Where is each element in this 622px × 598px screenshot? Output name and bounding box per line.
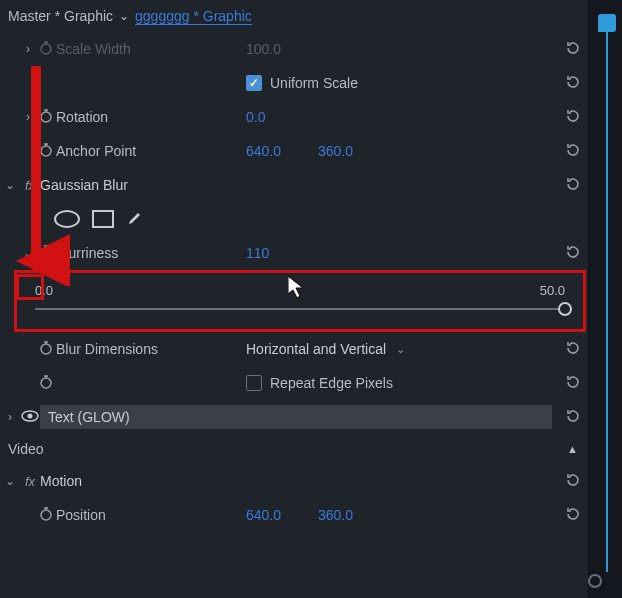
repeat-edge-checkbox[interactable] (246, 375, 262, 391)
uniform-scale-checkbox[interactable]: ✓ (246, 75, 262, 91)
svg-point-3 (41, 112, 51, 122)
master-label: Master * Graphic (8, 8, 113, 24)
effect-name[interactable]: Motion (40, 473, 82, 489)
slider-thumb[interactable] (558, 302, 572, 316)
twisty-down-icon[interactable]: ⌄ (20, 246, 36, 260)
param-label: Anchor Point (56, 143, 246, 159)
svg-point-15 (41, 378, 51, 388)
reset-button[interactable] (564, 73, 582, 94)
stopwatch-icon[interactable] (36, 374, 56, 393)
param-value[interactable]: 100.0 (246, 41, 318, 57)
param-label: Rotation (56, 109, 246, 125)
section-gaussian-blur: ⌄ fx Gaussian Blur (0, 168, 622, 202)
effect-name[interactable]: Gaussian Blur (40, 177, 128, 193)
slider-min-label: 0.0 (35, 283, 53, 298)
param-label: Position (56, 507, 246, 523)
reset-button[interactable] (564, 39, 582, 60)
row-blurriness: ⌄ Blurriness 110 (0, 236, 622, 270)
reset-button[interactable] (564, 407, 582, 428)
fx-icon[interactable]: fx (20, 178, 40, 193)
marker-icon[interactable] (598, 14, 616, 32)
slider-max-label: 50.0 (540, 283, 565, 298)
checkbox-label: Uniform Scale (270, 75, 358, 91)
reset-button[interactable] (564, 175, 582, 196)
slider-track[interactable] (35, 308, 565, 310)
mask-ellipse-button[interactable] (54, 210, 80, 228)
stopwatch-icon[interactable] (36, 340, 56, 359)
param-value[interactable]: 110 (246, 245, 318, 261)
row-repeat-edge: Repeat Edge Pixels (0, 366, 622, 400)
twisty-down-icon[interactable]: ⌄ (0, 178, 20, 192)
blurriness-slider-panel: 0.0 50.0 (14, 270, 586, 332)
chevron-down-icon: ⌄ (396, 343, 405, 356)
position-y-value[interactable]: 360.0 (318, 507, 390, 523)
svg-point-20 (41, 510, 51, 520)
twisty-icon[interactable]: › (0, 410, 20, 424)
section-motion: ⌄ fx Motion (0, 464, 622, 498)
chevron-down-icon[interactable]: ⌄ (119, 9, 129, 23)
layer-name: Text (GLOW) (48, 409, 130, 425)
clip-header: Master * Graphic ⌄ ggggggg * Graphic ▶ (0, 0, 622, 32)
stopwatch-icon[interactable] (36, 244, 56, 263)
reset-button[interactable] (564, 373, 582, 394)
anchor-x-value[interactable]: 640.0 (246, 143, 318, 159)
collapse-up-icon[interactable]: ▲ (567, 443, 578, 455)
reset-button[interactable] (564, 243, 582, 264)
clip-link[interactable]: ggggggg * Graphic (135, 8, 252, 25)
param-label: Blur Dimensions (56, 341, 246, 357)
row-blur-dimensions: Blur Dimensions Horizontal and Vertical … (0, 332, 622, 366)
blur-dimensions-select[interactable]: Horizontal and Vertical ⌄ (246, 341, 405, 357)
stopwatch-icon[interactable] (36, 142, 56, 161)
video-label: Video (8, 441, 44, 457)
reset-button[interactable] (564, 107, 582, 128)
fx-icon[interactable]: fx (20, 474, 40, 489)
dropdown-value: Horizontal and Vertical (246, 341, 386, 357)
reset-button[interactable] (564, 141, 582, 162)
svg-point-6 (41, 146, 51, 156)
position-x-value[interactable]: 640.0 (246, 507, 318, 523)
row-text-glow: › Text (GLOW) (0, 400, 622, 434)
mask-rect-button[interactable] (92, 210, 114, 228)
zoom-knob[interactable] (588, 574, 602, 588)
svg-point-12 (41, 344, 51, 354)
param-label: Blurriness (56, 245, 246, 261)
stopwatch-icon[interactable] (36, 108, 56, 127)
text-layer-bar[interactable]: Text (GLOW) (40, 405, 552, 429)
reset-button[interactable] (564, 471, 582, 492)
reset-button[interactable] (564, 339, 582, 360)
row-anchor-point: Anchor Point 640.0 360.0 (0, 134, 622, 168)
svg-point-9 (41, 248, 51, 258)
row-scale-width: › Scale Width 100.0 (0, 32, 622, 66)
twisty-down-icon[interactable]: ⌄ (0, 474, 20, 488)
param-value[interactable]: 0.0 (246, 109, 318, 125)
visibility-toggle[interactable] (20, 409, 40, 426)
stopwatch-icon[interactable] (36, 506, 56, 525)
svg-point-0 (41, 44, 51, 54)
svg-point-19 (28, 413, 33, 418)
param-label: Scale Width (56, 41, 246, 57)
mask-tools-row (0, 202, 622, 236)
stopwatch-icon[interactable] (36, 40, 56, 59)
anchor-y-value[interactable]: 360.0 (318, 143, 390, 159)
reset-button[interactable] (564, 505, 582, 526)
checkbox-label: Repeat Edge Pixels (270, 375, 393, 391)
twisty-icon[interactable]: › (20, 110, 36, 124)
twisty-icon[interactable]: › (20, 42, 36, 56)
mask-pen-button[interactable] (126, 209, 144, 230)
row-position: Position 640.0 360.0 (0, 498, 622, 532)
row-uniform-scale: ✓ Uniform Scale (0, 66, 622, 100)
row-rotation: › Rotation 0.0 (0, 100, 622, 134)
video-section-header[interactable]: Video ▲ (0, 434, 622, 464)
